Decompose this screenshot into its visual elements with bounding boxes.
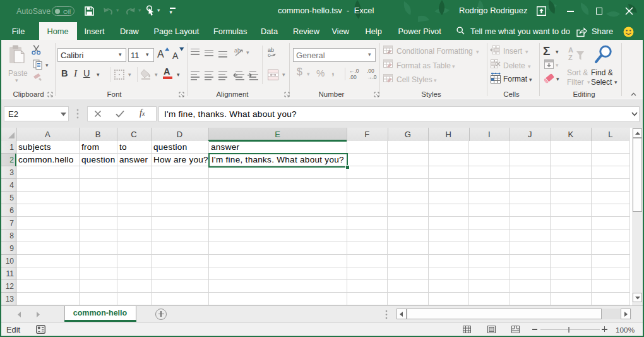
svg-text:≠: ≠ [388,49,390,54]
svg-text:c: c [268,52,271,58]
svg-text:A: A [568,46,573,54]
svg-text:Z: Z [568,54,573,61]
